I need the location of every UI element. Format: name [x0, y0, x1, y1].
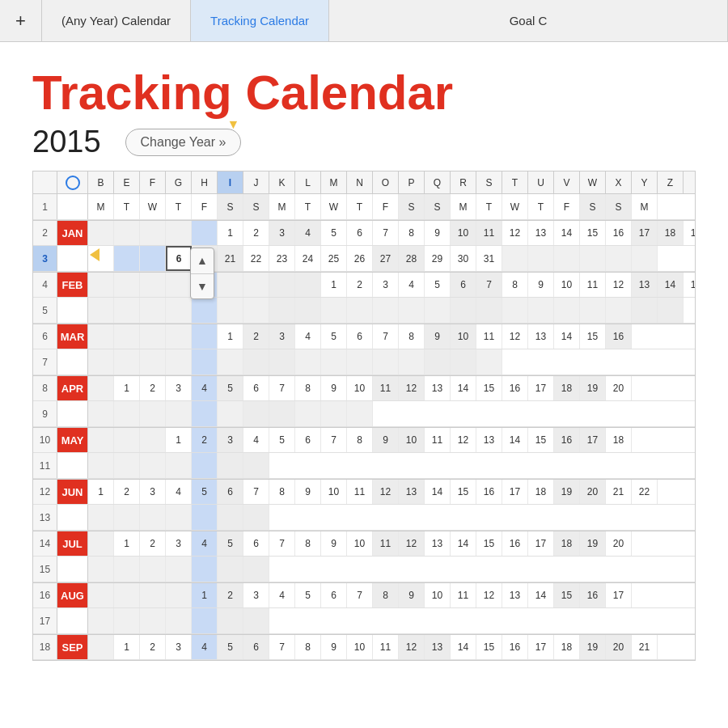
- stepper-up-button[interactable]: ▲: [191, 248, 214, 274]
- day-cell[interactable]: 8: [502, 273, 528, 297]
- day-cell[interactable]: 5: [218, 635, 243, 659]
- day-cell[interactable]: 8: [295, 376, 321, 400]
- col-header-W[interactable]: W: [580, 171, 606, 193]
- day-cell[interactable]: [554, 298, 580, 323]
- day-cell[interactable]: 12: [606, 273, 632, 297]
- day-cell[interactable]: 17: [580, 428, 606, 452]
- day-cell[interactable]: 30: [451, 246, 476, 271]
- day-cell[interactable]: 16: [502, 635, 528, 659]
- day-cell[interactable]: 11: [580, 273, 606, 297]
- day-cell[interactable]: [502, 246, 528, 271]
- day-cell[interactable]: [192, 298, 218, 323]
- day-cell[interactable]: 7: [373, 221, 399, 245]
- day-cell[interactable]: 5: [321, 221, 347, 245]
- day-cell[interactable]: 3: [218, 428, 243, 452]
- day-cell[interactable]: [243, 557, 269, 582]
- day-cell[interactable]: 16: [606, 221, 632, 245]
- col-header-G[interactable]: G: [166, 171, 192, 193]
- day-cell[interactable]: [218, 273, 243, 297]
- day-cell[interactable]: 6: [347, 221, 373, 245]
- day-cell[interactable]: 18: [528, 480, 554, 504]
- day-cell[interactable]: 11: [425, 428, 451, 452]
- day-cell[interactable]: [451, 298, 476, 323]
- day-cell[interactable]: 3: [269, 221, 295, 245]
- day-cell[interactable]: [269, 401, 295, 426]
- day-cell[interactable]: 2: [114, 480, 140, 504]
- col-header-L[interactable]: L: [295, 171, 321, 193]
- day-cell[interactable]: [166, 298, 192, 323]
- day-cell[interactable]: 11: [476, 324, 502, 349]
- day-cell[interactable]: [88, 505, 114, 530]
- col-header-O[interactable]: O: [373, 171, 399, 193]
- day-cell[interactable]: 16: [502, 376, 528, 400]
- col-header-U[interactable]: U: [528, 171, 554, 193]
- day-cell[interactable]: [218, 557, 243, 582]
- day-cell[interactable]: [140, 246, 166, 271]
- day-cell[interactable]: 1: [114, 376, 140, 400]
- day-cell[interactable]: 5: [295, 583, 321, 607]
- day-cell[interactable]: [476, 349, 502, 375]
- day-cell[interactable]: 1: [321, 273, 347, 297]
- day-cell[interactable]: 20: [606, 376, 632, 400]
- day-cell[interactable]: [114, 428, 140, 452]
- day-cell[interactable]: [528, 246, 554, 271]
- day-cell[interactable]: 14: [528, 583, 554, 607]
- day-cell[interactable]: 14: [451, 531, 476, 556]
- tab-goal[interactable]: Goal C: [329, 0, 728, 41]
- day-cell[interactable]: 7: [476, 273, 502, 297]
- day-cell[interactable]: 9: [425, 221, 451, 245]
- day-cell[interactable]: 6: [295, 428, 321, 452]
- day-cell[interactable]: 16: [580, 583, 606, 607]
- day-cell[interactable]: 22: [632, 480, 658, 504]
- change-year-button[interactable]: Change Year »: [125, 129, 242, 156]
- day-cell[interactable]: [88, 401, 114, 426]
- day-cell[interactable]: 18: [554, 376, 580, 400]
- day-cell[interactable]: 5: [425, 273, 451, 297]
- day-cell[interactable]: [114, 583, 140, 607]
- day-cell[interactable]: 15: [580, 221, 606, 245]
- day-cell[interactable]: 18: [554, 531, 580, 556]
- day-cell[interactable]: 15: [451, 480, 476, 504]
- day-cell[interactable]: [373, 349, 399, 375]
- day-cell[interactable]: [88, 557, 114, 582]
- day-cell[interactable]: 2: [243, 324, 269, 349]
- day-cell[interactable]: 16: [502, 531, 528, 556]
- day-cell[interactable]: [114, 221, 140, 245]
- day-cell[interactable]: 18: [658, 221, 684, 245]
- day-cell[interactable]: 1: [114, 635, 140, 659]
- day-cell[interactable]: 16: [606, 324, 632, 349]
- day-cell[interactable]: [88, 531, 114, 556]
- day-cell[interactable]: [321, 401, 347, 426]
- day-cell[interactable]: 1: [88, 480, 114, 504]
- day-cell[interactable]: 11: [476, 221, 502, 245]
- day-cell[interactable]: 3: [373, 273, 399, 297]
- day-cell[interactable]: [114, 273, 140, 297]
- day-cell[interactable]: 21: [606, 480, 632, 504]
- day-cell[interactable]: [321, 349, 347, 375]
- day-cell[interactable]: 1: [218, 324, 243, 349]
- day-cell[interactable]: [192, 557, 218, 582]
- day-cell[interactable]: [425, 298, 451, 323]
- day-cell[interactable]: 9: [321, 376, 347, 400]
- tab-add-button[interactable]: +: [0, 0, 42, 41]
- day-cell[interactable]: 10: [425, 583, 451, 607]
- day-cell[interactable]: 14: [554, 221, 580, 245]
- day-cell[interactable]: [88, 221, 114, 245]
- day-cell[interactable]: 16: [554, 428, 580, 452]
- tab-tracking-calendar[interactable]: Tracking Calendar: [191, 0, 329, 41]
- day-cell[interactable]: [295, 298, 321, 323]
- day-cell[interactable]: 6: [243, 531, 269, 556]
- day-cell[interactable]: 6: [218, 480, 243, 504]
- day-cell[interactable]: 10: [399, 428, 425, 452]
- day-cell[interactable]: 17: [528, 635, 554, 659]
- day-cell[interactable]: 9: [528, 273, 554, 297]
- day-cell[interactable]: 11: [373, 531, 399, 556]
- day-cell[interactable]: [166, 505, 192, 530]
- day-cell[interactable]: 18: [554, 635, 580, 659]
- day-cell[interactable]: 19: [554, 480, 580, 504]
- day-cell[interactable]: 10: [451, 221, 476, 245]
- day-cell[interactable]: 17: [528, 531, 554, 556]
- day-cell[interactable]: [114, 349, 140, 375]
- day-cell[interactable]: 7: [347, 583, 373, 607]
- col-header-F[interactable]: F: [140, 171, 166, 193]
